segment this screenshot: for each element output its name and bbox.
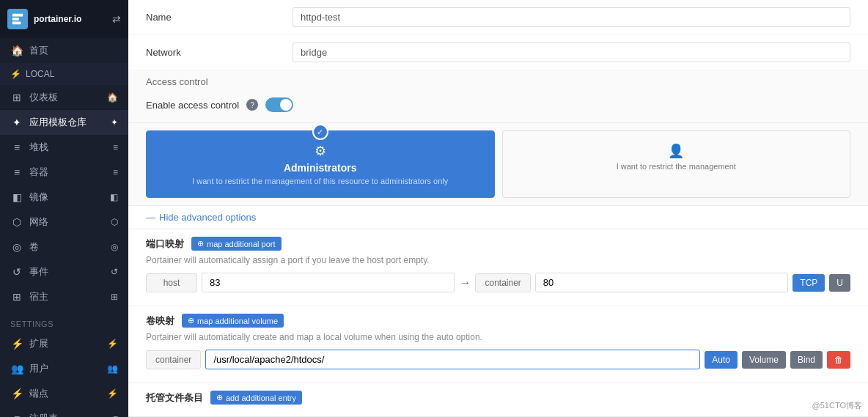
svg-rect-1 xyxy=(12,18,19,21)
hide-advanced-label: Hide advanced options xyxy=(159,212,256,223)
sidebar-item-networks[interactable]: ⬡ 网络 ⬡ xyxy=(0,210,128,235)
extensions-label: 扩展 xyxy=(29,337,48,350)
name-input[interactable] xyxy=(293,7,850,27)
add-entry-btn[interactable]: ⊕ add additional entry xyxy=(210,391,302,405)
extensions-icon: ⚡ xyxy=(10,338,23,350)
administrators-card-title: Administrators xyxy=(158,162,482,174)
volume-btn[interactable]: Volume xyxy=(742,351,786,369)
enable-access-row: Enable access control ? xyxy=(146,93,850,117)
card-check-icon: ✓ xyxy=(312,124,328,140)
extensions-right-icon: ⚡ xyxy=(107,339,118,349)
network-row: Network xyxy=(128,35,868,70)
network-input[interactable] xyxy=(293,43,850,62)
arrow-icon: → xyxy=(459,276,471,289)
stacks-right-icon: ≡ xyxy=(113,142,118,152)
stacks-icon: ≡ xyxy=(10,141,23,153)
app-templates-icon: ✦ xyxy=(10,117,23,128)
containers-icon: ≡ xyxy=(10,166,23,178)
endpoints-icon: ⚡ xyxy=(10,388,23,399)
auto-btn[interactable]: Auto xyxy=(705,351,738,369)
sidebar: portainer.io ⇄ 🏠 首页 ⚡ LOCAL ⊞ 仪表板 🏠 ✦ 应用… xyxy=(0,0,128,417)
help-icon[interactable]: ? xyxy=(246,99,258,111)
events-right-icon: ↺ xyxy=(111,267,118,277)
admin-cards-container: ✓ ⚙ Administrators I want to restrict th… xyxy=(128,123,868,206)
events-icon: ↺ xyxy=(10,266,23,278)
home-label: 首页 xyxy=(29,44,48,57)
volume-section-header: 卷映射 ⊕ map additional volume xyxy=(146,314,850,328)
map-port-btn[interactable]: ⊕ map additional port xyxy=(191,237,282,251)
networks-right-icon: ⬡ xyxy=(111,217,118,227)
sidebar-item-home[interactable]: 🏠 首页 xyxy=(0,38,128,63)
entry-header: 托管文件条目 ⊕ add additional entry xyxy=(146,391,850,405)
name-label: Name xyxy=(146,12,293,23)
sidebar-item-images[interactable]: ◧ 镜像 ◧ xyxy=(0,185,128,210)
sidebar-item-stacks[interactable]: ≡ 堆栈 ≡ xyxy=(0,135,128,160)
sidebar-item-containers[interactable]: ≡ 容器 ≡ xyxy=(0,160,128,185)
map-volume-label: map additional volume xyxy=(197,317,278,325)
sidebar-item-endpoints[interactable]: ⚡ 端点 ⚡ xyxy=(0,381,128,406)
admin-card-administrators[interactable]: ✓ ⚙ Administrators I want to restrict th… xyxy=(146,130,495,198)
stacks-label: 堆栈 xyxy=(29,141,48,154)
access-control-title: Access control xyxy=(146,76,850,87)
dashboard-icon-right: 🏠 xyxy=(107,92,118,103)
svg-rect-2 xyxy=(12,22,21,25)
sidebar-item-volumes[interactable]: ◎ 卷 ◎ xyxy=(0,235,128,259)
udp-btn[interactable]: U xyxy=(829,274,850,292)
events-label: 事件 xyxy=(29,265,48,278)
images-icon: ◧ xyxy=(10,191,23,203)
volume-section-title: 卷映射 xyxy=(146,314,174,328)
local-icon: ⚡ xyxy=(10,69,21,79)
sidebar-item-extensions[interactable]: ⚡ 扩展 ⚡ xyxy=(0,331,128,356)
host-right-icon: ⊞ xyxy=(111,292,118,302)
volume-desc: Portainer will automatically create and … xyxy=(146,332,850,342)
app-templates-label: 应用模板仓库 xyxy=(29,116,87,129)
hide-advanced-btn[interactable]: — Hide advanced options xyxy=(128,206,868,229)
restrict-card-text: I want to restrict the management xyxy=(515,162,839,171)
volumes-label: 卷 xyxy=(29,240,39,254)
container-label-cell: container xyxy=(475,273,530,292)
local-label: LOCAL xyxy=(26,69,54,79)
sidebar-item-registries[interactable]: ≡ 注册表 ≡ xyxy=(0,406,128,417)
add-entry-label: add additional entry xyxy=(226,394,296,402)
administrators-card-subtitle: I want to restrict the management of thi… xyxy=(158,177,482,185)
sidebar-item-users[interactable]: 👥 用户 👥 xyxy=(0,356,128,381)
host-icon: ⊞ xyxy=(10,291,23,303)
administrators-card-icon: ⚙ xyxy=(158,143,482,159)
sidebar-item-host[interactable]: ⊞ 宿主 ⊞ xyxy=(0,284,128,309)
map-volume-btn[interactable]: ⊕ map additional volume xyxy=(182,314,284,328)
registries-label: 注册表 xyxy=(29,412,58,417)
endpoints-label: 端点 xyxy=(29,387,48,400)
host-port-input[interactable] xyxy=(202,273,455,292)
sidebar-item-events[interactable]: ↺ 事件 ↺ xyxy=(0,259,128,284)
users-right-icon: 👥 xyxy=(107,364,118,374)
volumes-icon: ◎ xyxy=(10,241,23,253)
volumes-right-icon: ◎ xyxy=(111,242,118,252)
sidebar-local: ⚡ LOCAL xyxy=(0,63,128,85)
registries-icon: ≡ xyxy=(10,413,23,417)
port-desc: Portainer will automatically assign a po… xyxy=(146,255,850,265)
users-icon: 👥 xyxy=(10,363,23,374)
port-row: host → container TCP U xyxy=(146,273,850,292)
dashboard-icon: ⊞ xyxy=(10,92,23,103)
svg-rect-0 xyxy=(12,14,23,17)
volume-container-label-cell: container xyxy=(146,350,201,369)
logo-text: portainer.io xyxy=(34,14,81,24)
entry-title: 托管文件条目 xyxy=(146,391,203,405)
access-toggle[interactable] xyxy=(265,97,293,112)
admin-card-restrict[interactable]: 👤 I want to restrict the management xyxy=(502,130,851,198)
name-row: Name xyxy=(128,0,868,35)
delete-volume-btn[interactable]: 🗑 xyxy=(827,351,850,369)
hide-advanced-dash: — xyxy=(146,212,155,223)
sidebar-item-app-templates[interactable]: ✦ 应用模板仓库 ✦ xyxy=(0,110,128,135)
bind-btn[interactable]: Bind xyxy=(790,351,823,369)
container-port-input[interactable] xyxy=(535,273,788,292)
tcp-btn[interactable]: TCP xyxy=(792,274,825,292)
sidebar-item-dashboard[interactable]: ⊞ 仪表板 🏠 xyxy=(0,85,128,110)
switch-icon[interactable]: ⇄ xyxy=(112,13,121,25)
volume-path-input[interactable] xyxy=(205,350,700,369)
host-label-cell: host xyxy=(146,273,197,292)
home-icon: 🏠 xyxy=(10,45,23,56)
volume-mapping-section: 卷映射 ⊕ map additional volume Portainer wi… xyxy=(128,306,868,383)
network-label: Network xyxy=(146,47,293,58)
app-templates-right-icon: ✦ xyxy=(111,117,118,128)
